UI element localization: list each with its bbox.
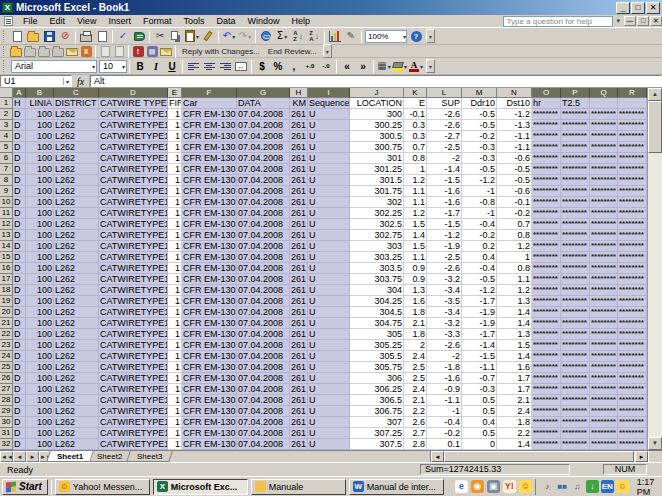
cell-B18[interactable]: 100 xyxy=(26,285,54,296)
send-to-mail-recipient-button[interactable] xyxy=(65,46,79,57)
cell-D28[interactable]: CATWIRETYPE1 xyxy=(99,395,168,406)
cell-C24[interactable]: L262 xyxy=(54,351,99,362)
cell-O14[interactable]: ******** xyxy=(532,241,561,252)
cell-A18[interactable]: D xyxy=(13,285,26,296)
cell-P5[interactable]: ******** xyxy=(561,142,590,153)
cell-F10[interactable]: CFR EM-130 xyxy=(182,197,237,208)
cell-H29[interactable]: 261 xyxy=(290,406,308,417)
cell-J32[interactable]: 307.5 xyxy=(350,439,404,450)
cell-N9[interactable]: -0.6 xyxy=(497,186,532,197)
menu-help[interactable]: Help xyxy=(285,15,316,27)
cell-R20[interactable]: ******** xyxy=(618,307,647,318)
windows-update-icon[interactable]: ↓ xyxy=(586,480,599,493)
cell-M1[interactable]: Ddr10 xyxy=(462,98,497,109)
cell-P13[interactable]: ******** xyxy=(561,230,590,241)
toolbar-options-button[interactable]: ▾ xyxy=(323,44,332,58)
cell-B31[interactable]: 100 xyxy=(26,428,54,439)
column-header-A[interactable]: A xyxy=(13,88,26,98)
show-all-comments-button[interactable] xyxy=(98,46,112,57)
cell-O15[interactable]: ******** xyxy=(532,252,561,263)
cell-M5[interactable]: -0.3 xyxy=(462,142,497,153)
cell-G7[interactable]: 07.04.2008 xyxy=(237,164,290,175)
column-header-F[interactable]: F xyxy=(182,88,237,98)
row-header-21[interactable]: 21 xyxy=(0,318,13,329)
cell-I5[interactable]: U xyxy=(308,142,350,153)
cell-I29[interactable]: U xyxy=(308,406,350,417)
merge-and-center-button[interactable]: ↔ xyxy=(233,59,249,74)
cell-A21[interactable]: D xyxy=(13,318,26,329)
cell-P3[interactable]: ******** xyxy=(561,120,590,131)
cell-E25[interactable]: 1 xyxy=(168,362,182,373)
cell-N7[interactable]: -0.5 xyxy=(497,164,532,175)
cell-R26[interactable]: ******** xyxy=(618,373,647,384)
cell-J28[interactable]: 306.5 xyxy=(350,395,404,406)
row-header-16[interactable]: 16 xyxy=(0,263,13,274)
cell-J12[interactable]: 302.5 xyxy=(350,219,404,230)
cell-Q17[interactable]: ******** xyxy=(590,274,618,285)
cell-K26[interactable]: 2.5 xyxy=(404,373,427,384)
cell-O24[interactable]: ******** xyxy=(532,351,561,362)
cell-K22[interactable]: 1.8 xyxy=(404,329,427,340)
cell-C12[interactable]: L262 xyxy=(54,219,99,230)
cell-R13[interactable]: ******** xyxy=(618,230,647,241)
cell-J18[interactable]: 304 xyxy=(350,285,404,296)
cell-N32[interactable]: 1.4 xyxy=(497,439,532,450)
column-header-B[interactable]: B xyxy=(26,88,54,98)
cell-B17[interactable]: 100 xyxy=(26,274,54,285)
borders-button[interactable]: ▦▾ xyxy=(376,59,392,74)
previous-sheet-button[interactable]: ◄ xyxy=(13,451,26,462)
cell-P28[interactable]: ******** xyxy=(561,395,590,406)
cell-F19[interactable]: CFR EM-130 xyxy=(182,296,237,307)
cell-G12[interactable]: 07.04.2008 xyxy=(237,219,290,230)
cell-B2[interactable]: 100 xyxy=(26,109,54,120)
column-header-J[interactable]: J xyxy=(350,88,404,98)
cell-E8[interactable]: 1 xyxy=(168,175,182,186)
italic-button[interactable]: I xyxy=(148,59,164,74)
cell-C6[interactable]: L262 xyxy=(54,153,99,164)
cell-L1[interactable]: SUP xyxy=(427,98,462,109)
cell-N12[interactable]: 0.7 xyxy=(497,219,532,230)
cell-K1[interactable]: E xyxy=(404,98,427,109)
cell-R31[interactable]: ******** xyxy=(618,428,647,439)
cell-A12[interactable]: D xyxy=(13,219,26,230)
cell-L15[interactable]: -2.5 xyxy=(427,252,462,263)
cell-R7[interactable]: ******** xyxy=(618,164,647,175)
cell-R29[interactable]: ******** xyxy=(618,406,647,417)
cell-E11[interactable]: 1 xyxy=(168,208,182,219)
mail-button[interactable] xyxy=(159,46,173,57)
cell-E18[interactable]: 1 xyxy=(168,285,182,296)
cell-P6[interactable]: ******** xyxy=(561,153,590,164)
cell-E15[interactable]: 1 xyxy=(168,252,182,263)
cell-K25[interactable]: 2.5 xyxy=(404,362,427,373)
cell-E14[interactable]: 1 xyxy=(168,241,182,252)
cell-E29[interactable]: 1 xyxy=(168,406,182,417)
volume-icon[interactable]: ♪ xyxy=(541,480,554,493)
menu-format[interactable]: Format xyxy=(137,15,178,27)
cell-Q1[interactable] xyxy=(590,98,618,109)
cell-L30[interactable]: -0.4 xyxy=(427,417,462,428)
cell-C23[interactable]: L262 xyxy=(54,340,99,351)
row-header-17[interactable]: 17 xyxy=(0,274,13,285)
row-header-31[interactable]: 31 xyxy=(0,428,13,439)
cell-P18[interactable]: ******** xyxy=(561,285,590,296)
cell-R21[interactable]: ******** xyxy=(618,318,647,329)
cell-R11[interactable]: ******** xyxy=(618,208,647,219)
cell-D10[interactable]: CATWIRETYPE1 xyxy=(99,197,168,208)
cell-R9[interactable]: ******** xyxy=(618,186,647,197)
cell-J25[interactable]: 305.75 xyxy=(350,362,404,373)
cell-D19[interactable]: CATWIRETYPE1 xyxy=(99,296,168,307)
cell-D20[interactable]: CATWIRETYPE1 xyxy=(99,307,168,318)
cell-C25[interactable]: L262 xyxy=(54,362,99,373)
cell-R12[interactable]: ******** xyxy=(618,219,647,230)
cell-K16[interactable]: 0.9 xyxy=(404,263,427,274)
cell-O8[interactable]: ******** xyxy=(532,175,561,186)
cell-J17[interactable]: 303.75 xyxy=(350,274,404,285)
cell-H22[interactable]: 261 xyxy=(290,329,308,340)
cell-L19[interactable]: -3.5 xyxy=(427,296,462,307)
cell-L9[interactable]: -1.6 xyxy=(427,186,462,197)
cell-M26[interactable]: -0.7 xyxy=(462,373,497,384)
cell-A1[interactable]: H xyxy=(13,98,26,109)
cell-E10[interactable]: 1 xyxy=(168,197,182,208)
cell-C2[interactable]: L262 xyxy=(54,109,99,120)
cell-N17[interactable]: 1.1 xyxy=(497,274,532,285)
